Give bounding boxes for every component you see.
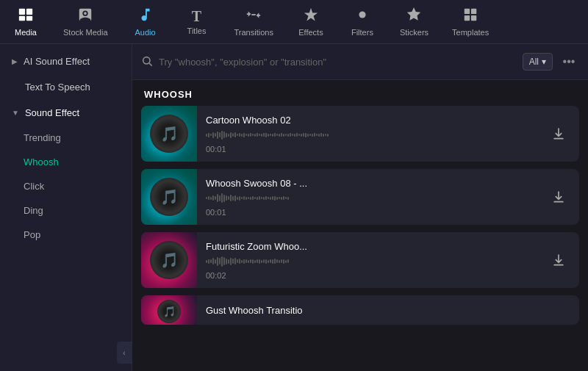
sidebar-sub-item-pop[interactable]: Pop — [0, 223, 132, 247]
stickers-label: Stickers — [400, 28, 429, 37]
waveform-2 — [206, 255, 529, 268]
sound-thumb-2: 🎵 — [141, 232, 197, 288]
chevron-down-icon: ▼ — [12, 109, 19, 117]
sound-item-gust-whoosh[interactable]: 🎵 Gust Whoosh Transitio — [141, 295, 579, 325]
filter-chevron-icon: ▾ — [542, 57, 546, 67]
svg-line-11 — [149, 63, 152, 66]
svg-rect-4 — [251, 14, 256, 15]
stickers-icon — [406, 7, 422, 25]
nav-item-media[interactable]: Media — [0, 0, 51, 43]
svg-rect-9 — [471, 15, 476, 21]
sound-title-2: Futuristic Zoom Whoo... — [206, 241, 529, 252]
download-button-0[interactable] — [548, 123, 569, 144]
thumb-bg-pink-2: 🎵 — [141, 232, 197, 288]
pop-label: Pop — [24, 229, 40, 240]
sound-action-0 — [538, 123, 579, 144]
music-note-icon-3: 🎵 — [163, 306, 176, 317]
search-input[interactable] — [159, 57, 517, 68]
svg-rect-2 — [19, 16, 25, 21]
media-label: Media — [15, 28, 37, 37]
collapse-sidebar-button[interactable]: ‹ — [117, 342, 132, 364]
nav-item-transitions[interactable]: Transitions — [223, 0, 285, 43]
music-note-icon-2: 🎵 — [160, 251, 179, 269]
download-button-2[interactable] — [548, 250, 569, 270]
sound-item-futuristic-zoom[interactable]: 🎵 Futuristic Zoom Whoo... — [141, 232, 579, 288]
disc-1: 🎵 — [150, 178, 188, 216]
svg-rect-8 — [465, 15, 470, 21]
top-navigation: Media Stock Media Audio T Titles Transit… — [0, 0, 588, 44]
nav-item-titles[interactable]: T Titles — [171, 0, 223, 43]
nav-item-templates[interactable]: Templates — [440, 0, 501, 43]
sound-action-1 — [538, 187, 579, 207]
filters-label: Filters — [351, 28, 373, 37]
svg-point-5 — [359, 11, 365, 18]
sidebar-sub-item-whoosh[interactable]: Whoosh — [0, 150, 132, 174]
sidebar-sub-item-ding[interactable]: Ding — [0, 198, 132, 223]
collapse-icon: ‹ — [123, 349, 125, 357]
nav-item-filters[interactable]: Filters — [337, 0, 388, 43]
sidebar-sub-item-click[interactable]: Click — [0, 174, 132, 198]
sound-duration-0: 00:01 — [206, 145, 529, 154]
thumb-bg-teal-1: 🎵 — [141, 169, 197, 225]
ding-label: Ding — [24, 205, 43, 216]
stock-media-label: Stock Media — [63, 28, 108, 37]
sound-item-cartoon-whoosh[interactable]: 🎵 Cartoon Whoosh 02 — [141, 106, 579, 162]
disc-3: 🎵 — [157, 300, 181, 323]
thumb-bg-pink-3: 🎵 — [141, 295, 197, 325]
svg-rect-7 — [471, 9, 476, 14]
sidebar-item-sound-effect[interactable]: ▼ Sound Effect — [0, 100, 132, 126]
click-label: Click — [24, 181, 44, 192]
disc-0: 🎵 — [150, 115, 188, 153]
sidebar-sub-item-trending[interactable]: Trending — [0, 126, 132, 150]
download-button-1[interactable] — [548, 187, 569, 207]
section-title: WHOOSH — [132, 80, 588, 106]
sound-thumb-3: 🎵 — [141, 295, 197, 325]
search-bar: All ▾ ••• — [132, 44, 588, 80]
templates-icon — [462, 7, 478, 25]
sidebar-sound-effect-label: Sound Effect — [25, 107, 79, 118]
more-icon: ••• — [563, 55, 576, 68]
filter-label: All — [529, 57, 539, 67]
disc-2: 🎵 — [150, 241, 188, 279]
nav-item-stock-media[interactable]: Stock Media — [51, 0, 120, 43]
search-filter-dropdown[interactable]: All ▾ — [523, 53, 553, 71]
sound-title-0: Cartoon Whoosh 02 — [206, 115, 529, 126]
waveform-1 — [206, 192, 529, 205]
music-note-icon-1: 🎵 — [160, 188, 179, 206]
titles-icon: T — [192, 9, 201, 24]
main-area: ▶ AI Sound Effect Text To Speech ▼ Sound… — [0, 44, 588, 371]
chevron-right-icon: ▶ — [12, 57, 18, 65]
trending-label: Trending — [24, 132, 61, 143]
audio-icon — [137, 7, 154, 25]
sound-info-1: Whoosh Swoosh 08 - ... — [197, 170, 538, 224]
nav-item-audio[interactable]: Audio — [120, 0, 171, 43]
waveform-0 — [206, 129, 529, 142]
sound-thumb-0: 🎵 — [141, 106, 197, 162]
media-icon — [18, 7, 34, 25]
nav-item-effects[interactable]: Effects — [285, 0, 337, 43]
sidebar-ai-sound-label: AI Sound Effect — [24, 56, 90, 67]
search-more-button[interactable]: ••• — [559, 51, 579, 72]
svg-rect-3 — [26, 16, 32, 21]
sound-info-3: Gust Whoosh Transitio — [197, 298, 579, 323]
sound-list: 🎵 Cartoon Whoosh 02 — [132, 106, 588, 371]
svg-point-10 — [143, 57, 150, 63]
sidebar: ▶ AI Sound Effect Text To Speech ▼ Sound… — [0, 44, 132, 371]
search-icon — [141, 55, 153, 69]
svg-rect-6 — [465, 9, 470, 14]
transitions-label: Transitions — [234, 28, 273, 37]
sound-item-whoosh-swoosh[interactable]: 🎵 Whoosh Swoosh 08 - ... — [141, 169, 579, 225]
audio-label: Audio — [135, 28, 155, 37]
content-area: All ▾ ••• WHOOSH 🎵 Car — [132, 44, 588, 371]
sidebar-item-text-to-speech[interactable]: Text To Speech — [0, 74, 132, 100]
sound-thumb-1: 🎵 — [141, 169, 197, 225]
sound-title-3: Gust Whoosh Transitio — [206, 305, 570, 316]
music-note-icon-0: 🎵 — [160, 125, 179, 143]
stock-media-icon — [77, 7, 93, 25]
sound-action-2 — [538, 250, 579, 270]
effects-icon — [303, 7, 319, 25]
sidebar-item-ai-sound-effect[interactable]: ▶ AI Sound Effect — [0, 48, 132, 74]
nav-item-stickers[interactable]: Stickers — [388, 0, 440, 43]
svg-rect-1 — [26, 9, 32, 15]
transitions-icon — [245, 7, 262, 25]
